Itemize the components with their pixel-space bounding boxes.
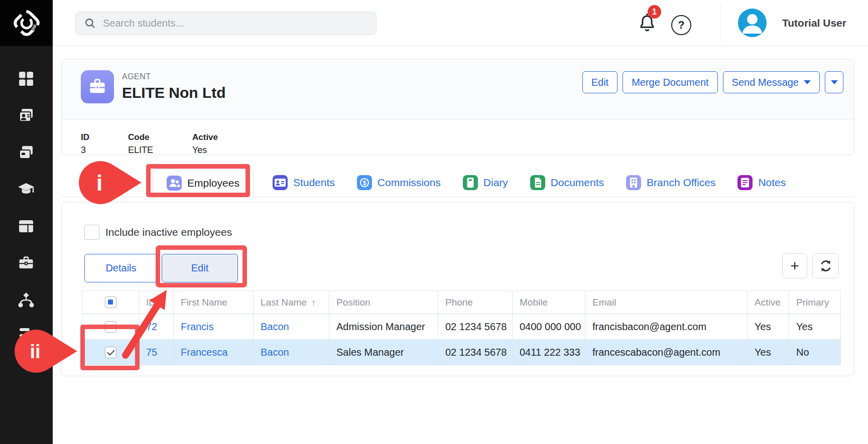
col-header-first-name[interactable]: First Name [174, 291, 254, 314]
cell-primary: Yes [789, 314, 841, 340]
cell-id: 72 [139, 314, 174, 340]
tab-commissions[interactable]: $ Commissions [357, 169, 441, 197]
col-header-id[interactable]: ID [139, 291, 174, 314]
students-icon[interactable] [18, 181, 35, 198]
row-checkbox-cell [82, 314, 139, 340]
topbar-divider [720, 3, 720, 43]
search-box[interactable] [75, 12, 377, 35]
more-actions-button[interactable] [825, 71, 843, 93]
cell-email: francisbacon@agent.com [585, 314, 748, 340]
col-header-phone[interactable]: Phone [438, 291, 513, 314]
briefcase-icon [87, 76, 108, 97]
chevron-down-icon [804, 80, 811, 84]
tab-branch-offices[interactable]: Branch Offices [626, 169, 715, 197]
select-all-checkbox[interactable] [105, 297, 116, 308]
table-row-selected[interactable]: 75 Francesca Bacon Sales Manager 02 1234… [82, 340, 841, 365]
include-inactive-checkbox[interactable] [84, 225, 99, 240]
employees-table: ID First Name Last Name↑ Position Phone … [82, 290, 841, 365]
tab-students-label: Students [293, 177, 335, 189]
edit-agent-label: Edit [591, 77, 608, 88]
field-label-active: Active [192, 132, 218, 142]
field-value-active: Yes [192, 145, 207, 156]
cell-email: francescabacon@agent.com [585, 340, 748, 365]
tab-notes[interactable]: Notes [737, 169, 786, 197]
field-value-code: ELITE [128, 145, 153, 156]
layout-icon[interactable] [18, 218, 35, 235]
col-header-primary[interactable]: Primary [789, 291, 841, 314]
employee-id-link[interactable]: 75 [146, 347, 157, 358]
avatar[interactable] [738, 9, 767, 37]
col-header-last-name[interactable]: Last Name↑ [254, 291, 329, 314]
tab-branch-offices-label: Branch Offices [647, 177, 715, 189]
search-icon [84, 17, 97, 30]
cell-last-name: Bacon [254, 314, 329, 340]
tab-employees-label: Employees [187, 177, 239, 189]
dashboard-icon[interactable] [18, 70, 35, 87]
contacts-icon[interactable] [18, 107, 35, 124]
employees-panel: Include inactive employees Details Edit … [61, 202, 854, 376]
field-value-id: 3 [81, 145, 86, 156]
tab-diary[interactable]: Diary [463, 169, 508, 197]
field-label-id: ID [81, 132, 89, 142]
employees-tab-icon [167, 176, 182, 191]
tab-diary-label: Diary [483, 177, 508, 189]
details-button[interactable]: Details [84, 254, 158, 282]
table-header-row: ID First Name Last Name↑ Position Phone … [82, 291, 841, 314]
chevron-down-icon [831, 80, 838, 84]
refresh-button[interactable] [812, 253, 839, 278]
merge-document-button[interactable]: Merge Document [623, 71, 717, 93]
cell-first-name: Francis [174, 314, 254, 340]
agents-icon[interactable] [18, 254, 35, 271]
send-message-button[interactable]: Send Message [723, 71, 820, 93]
col-header-last-name-label: Last Name [261, 297, 307, 308]
reports-icon[interactable] [18, 328, 35, 345]
tab-commissions-label: Commissions [378, 177, 441, 189]
col-header-mobile[interactable]: Mobile [513, 291, 585, 314]
edit-employee-button[interactable]: Edit [162, 254, 238, 282]
user-name[interactable]: Tutorial User [782, 17, 846, 29]
user-silhouette-icon [738, 9, 767, 37]
row-checkbox[interactable] [105, 321, 116, 333]
refresh-icon [818, 258, 833, 273]
select-all-cell [82, 291, 139, 314]
students-tab-icon [273, 175, 288, 190]
topbar: 1 ? Tutorial User [53, 0, 868, 46]
cards-icon[interactable] [18, 144, 35, 161]
cell-position: Admission Manager [329, 314, 438, 340]
employee-first-name-link[interactable]: Francesca [181, 347, 227, 358]
cell-first-name: Francesca [174, 340, 254, 365]
cell-active: Yes [748, 340, 789, 365]
network-icon[interactable] [18, 291, 35, 309]
cell-mobile: 0411 222 333 [513, 340, 585, 365]
row-checkbox-cell [82, 340, 139, 365]
notifications-button[interactable]: 1 [637, 12, 660, 36]
tab-students[interactable]: Students [273, 169, 335, 197]
employee-last-name-link[interactable]: Bacon [261, 321, 289, 332]
branch-offices-tab-icon [626, 175, 641, 190]
tab-documents-label: Documents [551, 177, 604, 189]
agent-tabs: Employees Students $ Commissions [61, 169, 854, 197]
agent-card: AGENT ELITE Non Ltd Edit Merge Document … [61, 59, 854, 155]
col-header-active[interactable]: Active [748, 291, 789, 314]
help-icon[interactable]: ? [671, 15, 691, 35]
employee-last-name-link[interactable]: Bacon [261, 347, 289, 358]
cell-phone: 02 1234 5678 [438, 340, 513, 365]
edit-agent-button[interactable]: Edit [582, 71, 617, 93]
row-checkbox-checked[interactable] [105, 347, 116, 358]
search-input[interactable] [103, 18, 364, 29]
cell-phone: 02 1234 5678 [438, 314, 513, 340]
col-header-email[interactable]: Email [585, 291, 748, 314]
table-row[interactable]: 72 Francis Bacon Admission Manager 02 12… [82, 314, 841, 340]
commissions-tab-icon: $ [357, 175, 372, 190]
add-employee-button[interactable]: + [782, 253, 807, 278]
col-header-position[interactable]: Position [329, 291, 438, 314]
diary-tab-icon [463, 175, 478, 190]
employee-first-name-link[interactable]: Francis [181, 321, 214, 332]
tab-documents[interactable]: Documents [530, 169, 604, 197]
field-label-code: Code [128, 132, 150, 142]
tab-employees[interactable]: Employees [153, 169, 254, 197]
app-logo[interactable] [0, 0, 53, 46]
employee-id-link[interactable]: 72 [146, 321, 157, 332]
send-message-label: Send Message [732, 77, 799, 88]
page-title: ELITE Non Ltd [122, 84, 226, 101]
